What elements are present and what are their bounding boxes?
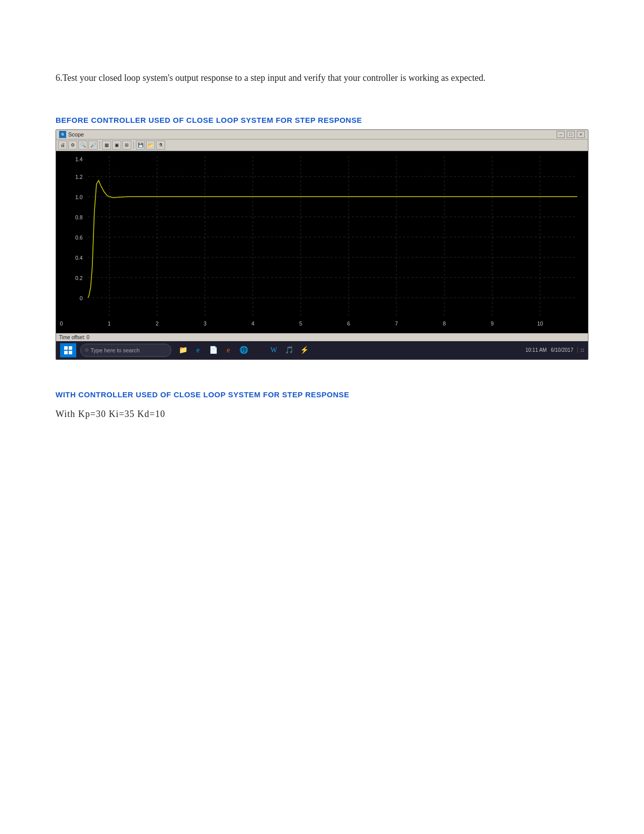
svg-text:0.6: 0.6	[75, 235, 83, 241]
with-section-heading: WITH CONTROLLER USED OF CLOSE LOOP SYSTE…	[56, 390, 588, 399]
svg-text:0: 0	[80, 296, 83, 301]
taskbar-icon-2[interactable]: e	[191, 344, 205, 357]
taskbar: ○ Type here to search 📁 e 📄 e 🌐 ⚙ W 🎵 ⚡ …	[56, 341, 588, 359]
toolbar-save-btn[interactable]: 💾	[136, 141, 145, 150]
svg-text:1.4: 1.4	[75, 157, 83, 162]
taskbar-right-area: 10:11 AM 6/10/2017 □	[525, 347, 584, 353]
toolbar-open-btn[interactable]: 📂	[146, 141, 155, 150]
svg-rect-38	[69, 346, 72, 350]
toolbar-print-btn[interactable]: 🖨	[58, 141, 67, 150]
svg-text:0.8: 0.8	[75, 215, 83, 220]
intro-paragraph: 6.Test your closed loop system's output …	[56, 71, 588, 85]
taskbar-icon-3[interactable]: 📄	[207, 344, 220, 357]
svg-text:4: 4	[252, 321, 255, 327]
windows-logo-icon	[64, 346, 72, 354]
taskbar-search-placeholder: Type here to search	[90, 347, 139, 353]
scope-title-left: S Scope	[59, 131, 84, 138]
svg-rect-0	[56, 151, 588, 333]
svg-text:10: 10	[537, 321, 543, 327]
toolbar-zoom-out-btn[interactable]: 🔎	[88, 141, 97, 150]
taskbar-date: 6/10/2017	[551, 347, 573, 353]
taskbar-icon-6[interactable]: ⚙	[252, 344, 265, 357]
taskbar-icon-4[interactable]: e	[222, 344, 235, 357]
toolbar-params-btn[interactable]: ⚗	[156, 141, 165, 150]
toolbar-btn-6[interactable]: ▣	[112, 141, 121, 150]
toolbar-btn-5[interactable]: ▦	[102, 141, 111, 150]
taskbar-search-box[interactable]: ○ Type here to search	[80, 344, 171, 357]
svg-text:2: 2	[156, 321, 159, 327]
svg-text:8: 8	[443, 321, 446, 327]
taskbar-time: 10:11 AM	[525, 347, 547, 353]
svg-text:9: 9	[491, 321, 494, 327]
toolbar-btn-7[interactable]: ⊞	[122, 141, 131, 150]
svg-text:1: 1	[108, 321, 111, 327]
svg-text:1.0: 1.0	[75, 195, 83, 200]
scope-plot-area: 0 0.2 0.4 0.6 0.8 1.0 1.2 1.4 1 2 3 4 5 …	[56, 151, 588, 333]
svg-rect-39	[64, 351, 68, 354]
toolbar-separator-1	[100, 141, 100, 149]
svg-text:0: 0	[60, 321, 63, 327]
scope-bottom-bar: Time offset: 0	[56, 333, 588, 341]
toolbar-zoom-in-btn[interactable]: 🔍	[78, 141, 87, 150]
toolbar-settings-btn[interactable]: ⚙	[68, 141, 77, 150]
taskbar-icon-7[interactable]: W	[267, 344, 280, 357]
svg-text:0.4: 0.4	[75, 255, 83, 261]
close-button[interactable]: ×	[577, 131, 585, 138]
search-circle-icon: ○	[85, 346, 88, 354]
taskbar-icon-8[interactable]: 🎵	[282, 344, 295, 357]
scope-title-text: Scope	[68, 131, 84, 137]
before-section-heading: BEFORE CONTROLLER USED OF CLOSE LOOP SYS…	[56, 116, 588, 124]
svg-text:1.2: 1.2	[75, 174, 83, 180]
taskbar-desktop-btn[interactable]: □	[577, 347, 584, 353]
scope-icon-text: S	[61, 132, 64, 136]
taskbar-icon-9[interactable]: ⚡	[298, 344, 311, 357]
maximize-button[interactable]: □	[567, 131, 575, 138]
scope-window-controls[interactable]: – □ ×	[557, 131, 585, 138]
svg-text:6: 6	[347, 321, 350, 327]
svg-rect-37	[64, 346, 68, 350]
svg-text:3: 3	[204, 321, 207, 327]
scope-titlebar: S Scope – □ ×	[56, 130, 588, 140]
scope-svg: 0 0.2 0.4 0.6 0.8 1.0 1.2 1.4 1 2 3 4 5 …	[56, 151, 588, 333]
pid-params-text: With Kp=30 Ki=35 Kd=10	[56, 409, 588, 420]
svg-text:0.2: 0.2	[75, 275, 83, 281]
time-offset-label: Time offset: 0	[59, 335, 89, 340]
scope-window: S Scope – □ × 🖨 ⚙ 🔍 🔎 ▦ ▣ ⊞ 💾 📂 ⚗	[56, 129, 588, 360]
toolbar-separator-2	[133, 141, 134, 149]
taskbar-icon-5[interactable]: 🌐	[237, 344, 250, 357]
svg-text:7: 7	[395, 321, 398, 327]
taskbar-icon-1[interactable]: 📁	[176, 344, 189, 357]
scope-toolbar: 🖨 ⚙ 🔍 🔎 ▦ ▣ ⊞ 💾 📂 ⚗	[56, 140, 588, 151]
scope-app-icon: S	[59, 131, 66, 138]
taskbar-pinned-icons: 📁 e 📄 e 🌐 ⚙ W 🎵 ⚡	[176, 344, 311, 357]
start-button[interactable]	[60, 343, 76, 357]
svg-rect-40	[69, 351, 72, 354]
minimize-button[interactable]: –	[557, 131, 565, 138]
svg-text:5: 5	[299, 321, 302, 327]
